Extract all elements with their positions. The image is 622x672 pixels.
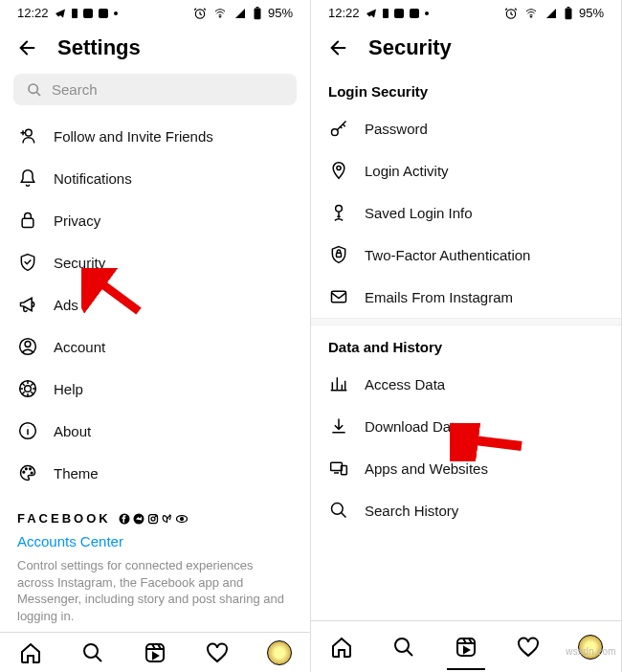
settings-item-account[interactable]: Account: [0, 325, 310, 368]
alarm-icon: [193, 7, 207, 20]
callout-arrow: [450, 423, 526, 461]
svg-point-5: [26, 129, 33, 136]
security-item-label: Search History: [365, 503, 458, 519]
search-input[interactable]: Search: [13, 74, 297, 105]
svg-rect-2: [254, 8, 260, 19]
bar-chart-icon: [328, 374, 349, 393]
svg-point-23: [84, 644, 98, 658]
security-item-login-activity[interactable]: Login Activity: [311, 149, 621, 191]
nav-home[interactable]: [322, 636, 361, 659]
nav-search[interactable]: [385, 636, 423, 659]
page-title: Security: [368, 35, 452, 60]
svg-point-14: [30, 468, 32, 470]
settings-item-ads[interactable]: Ads: [0, 283, 310, 325]
location-icon: [328, 161, 349, 180]
back-icon[interactable]: [328, 37, 349, 58]
nav-search[interactable]: [74, 641, 112, 664]
nav-reels[interactable]: [447, 636, 485, 670]
battery-icon: [253, 7, 262, 20]
info-icon: [17, 421, 38, 440]
bottom-nav: [0, 632, 310, 672]
security-item-access-data[interactable]: Access Data: [311, 363, 621, 405]
security-item-search-history[interactable]: Search History: [311, 489, 621, 531]
svg-point-8: [25, 342, 31, 347]
settings-item-label: About: [54, 423, 91, 439]
svg-rect-33: [332, 291, 346, 302]
section-data-history: Data and History: [311, 325, 621, 363]
settings-item-about[interactable]: About: [0, 410, 310, 452]
back-icon[interactable]: [17, 37, 38, 58]
svg-rect-27: [565, 8, 571, 19]
status-app-icon: [99, 9, 108, 18]
header: Security: [311, 22, 621, 70]
svg-rect-38: [457, 638, 475, 656]
search-placeholder: Search: [52, 81, 98, 98]
lock-icon: [17, 211, 38, 230]
palette-icon: [17, 463, 38, 482]
brand-app-icons: [119, 513, 188, 525]
security-item-saved-login[interactable]: Saved Login Info: [311, 191, 621, 234]
settings-item-privacy[interactable]: Privacy: [0, 199, 310, 241]
signal-icon: [544, 8, 558, 19]
security-item-label: Emails From Instagram: [365, 289, 513, 305]
security-item-label: Password: [365, 121, 428, 137]
nav-profile[interactable]: [260, 640, 299, 665]
security-item-label: Apps and Websites: [365, 460, 488, 477]
profile-key-icon: [328, 203, 349, 222]
security-item-label: Two-Factor Authentication: [365, 247, 530, 263]
svg-point-12: [23, 471, 25, 473]
nav-home[interactable]: [11, 641, 50, 664]
brand-text: FACEBOOK: [17, 511, 111, 526]
brand-row: FACEBOOK: [0, 494, 310, 529]
status-app-icon: [83, 9, 93, 18]
security-item-label: Access Data: [365, 376, 445, 392]
nav-activity[interactable]: [509, 636, 547, 659]
mail-icon: [328, 287, 349, 306]
nav-activity[interactable]: [198, 641, 236, 664]
settings-item-label: Privacy: [54, 213, 100, 229]
svg-rect-3: [256, 7, 259, 8]
settings-screen: 12:22 95% Settings Search Follow and Inv…: [0, 0, 311, 672]
svg-point-37: [395, 638, 409, 652]
security-item-password[interactable]: Password: [311, 107, 621, 149]
wifi-icon: [523, 8, 539, 19]
svg-point-19: [151, 517, 155, 521]
svg-point-15: [31, 472, 33, 474]
page-title: Settings: [57, 35, 141, 60]
security-item-label: Login Activity: [365, 163, 449, 179]
alarm-icon: [504, 7, 518, 20]
settings-item-label: Theme: [54, 465, 99, 482]
signal-icon: [233, 8, 247, 19]
battery-icon: [564, 7, 573, 20]
settings-item-help[interactable]: Help: [0, 368, 310, 410]
nav-reels[interactable]: [136, 641, 174, 672]
status-battery: 95%: [268, 6, 293, 20]
download-icon: [328, 416, 349, 436]
security-screen: 12:22 95% Security Login Security Passwo…: [311, 0, 622, 672]
svg-point-36: [332, 504, 344, 515]
settings-item-theme[interactable]: Theme: [0, 452, 310, 494]
shield-check-icon: [17, 253, 38, 272]
settings-item-security[interactable]: Security: [0, 241, 310, 283]
svg-point-29: [332, 129, 339, 136]
telegram-icon: [55, 8, 66, 19]
security-item-emails[interactable]: Emails From Instagram: [311, 276, 621, 318]
settings-item-label: Help: [54, 381, 83, 397]
megaphone-icon: [17, 295, 38, 314]
settings-item-follow[interactable]: Follow and Invite Friends: [0, 115, 310, 157]
bell-icon: [17, 168, 38, 188]
status-bar: 12:22 95%: [0, 0, 310, 22]
header: Settings: [0, 22, 310, 70]
settings-item-label: Follow and Invite Friends: [54, 128, 213, 145]
accounts-center-link[interactable]: Accounts Center: [0, 529, 310, 553]
status-app-icon: [410, 9, 419, 18]
avatar: [267, 640, 292, 665]
svg-rect-6: [22, 218, 33, 227]
status-dot-icon: [425, 11, 429, 15]
settings-item-notifications[interactable]: Notifications: [0, 157, 310, 199]
settings-item-label: Ads: [54, 297, 78, 313]
status-battery: 95%: [579, 6, 604, 20]
security-item-two-factor[interactable]: Two-Factor Authentication: [311, 234, 621, 276]
svg-rect-32: [337, 253, 342, 257]
user-circle-icon: [17, 337, 38, 356]
